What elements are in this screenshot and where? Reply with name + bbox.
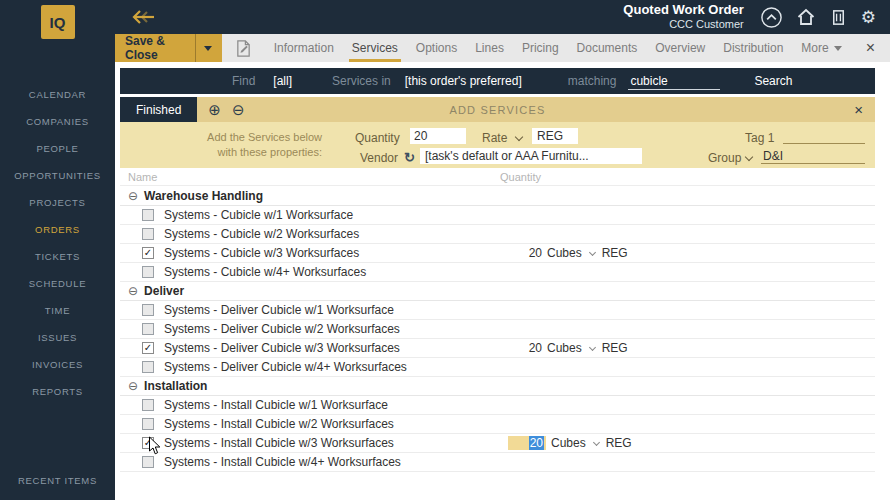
service-checkbox[interactable]: [142, 456, 154, 468]
service-quantity-input[interactable]: 20: [508, 341, 542, 355]
service-checkbox[interactable]: ✓: [142, 247, 154, 259]
matching-input[interactable]: [628, 73, 720, 90]
service-row[interactable]: ✓Systems - Deliver Cubicle w/3 Worksurfa…: [120, 339, 875, 358]
find-scope-value[interactable]: [all]: [273, 74, 292, 88]
sidebar-item-calendar[interactable]: CALENDAR: [0, 81, 115, 108]
service-name-label: Systems - Install Cubicle w/3 Worksurfac…: [164, 436, 394, 450]
sidebar-item-issues[interactable]: ISSUES: [0, 324, 115, 351]
service-checkbox[interactable]: [142, 418, 154, 430]
sidebar-item-orders[interactable]: ORDERS: [0, 216, 115, 243]
save-close-caret-icon[interactable]: [195, 34, 212, 62]
tab-distribution[interactable]: Distribution: [714, 34, 792, 62]
group-chevron-icon[interactable]: [745, 153, 753, 161]
service-row[interactable]: Systems - Cubicle w/2 Worksurfaces: [120, 225, 875, 244]
sidebar-recent-items[interactable]: RECENT ITEMS: [0, 475, 115, 486]
close-order-icon[interactable]: ×: [851, 34, 890, 62]
service-checkbox[interactable]: [142, 399, 154, 411]
service-name-label: Systems - Deliver Cubicle w/4+ Worksurfa…: [164, 360, 407, 374]
rate-chevron-down-icon[interactable]: [593, 438, 600, 445]
page-title: Quoted Work Order: [623, 3, 743, 18]
service-row[interactable]: Systems - Install Cubicle w/4+ Worksurfa…: [120, 453, 875, 472]
tab-services[interactable]: Services: [343, 34, 407, 62]
tag1-label: Tag 1: [745, 131, 774, 145]
service-row[interactable]: Systems - Install Cubicle w/2 Worksurfac…: [120, 415, 875, 434]
collapse-header-icon[interactable]: [760, 6, 783, 29]
tab-overview[interactable]: Overview: [646, 34, 714, 62]
sidebar-item-opportunities[interactable]: OPPORTUNITIES: [0, 162, 115, 189]
vendor-value[interactable]: [task's default or AAA Furnitu...: [420, 148, 642, 164]
tab-more[interactable]: More: [792, 34, 850, 62]
rate-value[interactable]: REG: [532, 128, 578, 144]
settings-gear-icon[interactable]: ⚙: [861, 9, 876, 26]
home-icon[interactable]: [796, 7, 816, 27]
service-group-header[interactable]: ⊖Deliver: [120, 282, 875, 301]
sidebar-item-tickets[interactable]: TICKETS: [0, 243, 115, 270]
group-label: Group: [708, 151, 741, 165]
collapse-group-icon[interactable]: ⊖: [128, 380, 138, 392]
copy-document-icon[interactable]: [235, 39, 252, 58]
rate-label: Rate: [482, 131, 507, 145]
tab-strip: InformationServicesOptionsLinesPricingDo…: [265, 34, 851, 62]
rate-value-label: REG: [606, 436, 632, 450]
service-group-header[interactable]: ⊖Warehouse Handling: [120, 187, 875, 206]
service-row[interactable]: Systems - Cubicle w/4+ Worksurfaces: [120, 263, 875, 282]
close-add-services-icon[interactable]: ×: [842, 101, 875, 118]
service-row[interactable]: Systems - Install Cubicle w/1 Worksurfac…: [120, 396, 875, 415]
rate-chevron-down-icon[interactable]: [589, 248, 596, 255]
save-close-button[interactable]: Save & Close: [115, 34, 222, 62]
refresh-vendor-icon[interactable]: ↻: [404, 151, 415, 164]
sidebar-item-projects[interactable]: PROJECTS: [0, 189, 115, 216]
collapse-group-icon[interactable]: ⊖: [128, 285, 138, 297]
group-value[interactable]: D&I: [761, 148, 865, 164]
service-row[interactable]: ✓Systems - Install Cubicle w/3 Worksurfa…: [120, 434, 875, 453]
back-icon[interactable]: [127, 8, 157, 26]
properties-intro: Add the Services below with these proper…: [132, 130, 322, 160]
services-source-value[interactable]: [this order's preferred]: [405, 74, 522, 88]
service-checkbox[interactable]: [142, 266, 154, 278]
tab-options[interactable]: Options: [407, 34, 466, 62]
quantity-input[interactable]: [410, 128, 466, 144]
service-checkbox[interactable]: [142, 361, 154, 373]
app-logo[interactable]: IQ: [41, 5, 75, 39]
collapse-group-icon[interactable]: ⊖: [128, 190, 138, 202]
service-quantity-cell: 20CubesREG: [508, 339, 628, 357]
service-checkbox[interactable]: [142, 209, 154, 221]
search-button[interactable]: Search: [744, 71, 802, 91]
service-checkbox[interactable]: ✓: [142, 437, 154, 449]
service-row[interactable]: Systems - Deliver Cubicle w/2 Worksurfac…: [120, 320, 875, 339]
finished-button[interactable]: Finished: [120, 97, 197, 122]
collapse-all-icon[interactable]: ⊖: [232, 102, 245, 117]
service-quantity-input[interactable]: 20: [508, 436, 546, 450]
tab-information[interactable]: Information: [265, 34, 343, 62]
service-quantity-input[interactable]: 20: [508, 246, 542, 260]
service-row[interactable]: Systems - Deliver Cubicle w/1 Worksurfac…: [120, 301, 875, 320]
tab-more-label: More: [801, 41, 828, 55]
sidebar-item-companies[interactable]: COMPANIES: [0, 108, 115, 135]
sidebar-item-time[interactable]: TIME: [0, 297, 115, 324]
sidebar: IQ CALENDARCOMPANIESPEOPLEOPPORTUNITIESP…: [0, 0, 115, 500]
service-checkbox[interactable]: ✓: [142, 342, 154, 354]
expand-all-icon[interactable]: ⊕: [208, 102, 221, 117]
app-window: IQ CALENDARCOMPANIESPEOPLEOPPORTUNITIESP…: [0, 0, 890, 500]
sidebar-item-reports[interactable]: REPORTS: [0, 378, 115, 405]
header-icons: ⚙: [760, 6, 876, 29]
tab-pricing[interactable]: Pricing: [513, 34, 568, 62]
rate-chevron-icon[interactable]: [515, 133, 523, 141]
service-checkbox[interactable]: [142, 323, 154, 335]
service-checkbox[interactable]: [142, 228, 154, 240]
matching-label: matching: [568, 74, 617, 88]
rate-chevron-down-icon[interactable]: [589, 343, 596, 350]
tag1-input[interactable]: [783, 128, 865, 144]
sidebar-item-schedule[interactable]: SCHEDULE: [0, 270, 115, 297]
service-group-header[interactable]: ⊖Installation: [120, 377, 875, 396]
service-row[interactable]: Systems - Cubicle w/1 Worksurface: [120, 206, 875, 225]
company-building-icon[interactable]: [829, 8, 848, 27]
service-row[interactable]: Systems - Deliver Cubicle w/4+ Worksurfa…: [120, 358, 875, 377]
sidebar-item-people[interactable]: PEOPLE: [0, 135, 115, 162]
service-group-name: Installation: [144, 379, 207, 393]
tab-lines[interactable]: Lines: [466, 34, 513, 62]
tab-documents[interactable]: Documents: [568, 34, 647, 62]
service-checkbox[interactable]: [142, 304, 154, 316]
sidebar-item-invoices[interactable]: INVOICES: [0, 351, 115, 378]
service-row[interactable]: ✓Systems - Cubicle w/3 Worksurfaces20Cub…: [120, 244, 875, 263]
